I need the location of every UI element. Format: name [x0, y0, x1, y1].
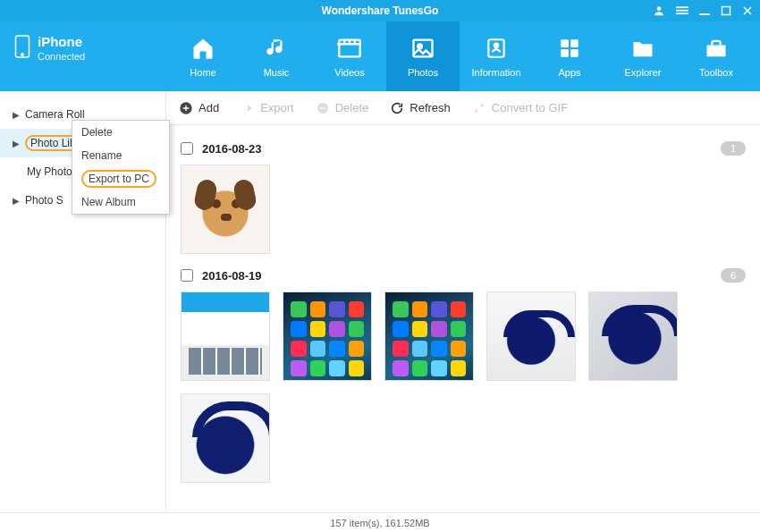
photo-thumbnail[interactable] — [181, 393, 270, 483]
apps-icon — [558, 35, 581, 62]
group-count: 1 — [721, 141, 746, 156]
menu-item-export-to-pc[interactable]: Export to PC — [72, 167, 169, 190]
tab-label: Toolbox — [699, 67, 733, 78]
menu-item-label: Delete — [81, 126, 113, 139]
menu-item-label: Export to PC — [81, 170, 156, 188]
chevron-right-icon: ▶ — [13, 139, 20, 148]
group-checkbox[interactable] — [181, 142, 193, 155]
button-label: Refresh — [410, 101, 451, 114]
svg-rect-22 — [570, 49, 578, 57]
phone-icon — [14, 34, 30, 59]
main-tabs: Home Music Videos Photos Information App… — [166, 21, 760, 91]
add-button[interactable]: Add — [179, 101, 219, 115]
main-panel: Add Export Delete Refresh Convert to GIF… — [166, 91, 760, 512]
refresh-icon — [390, 101, 404, 115]
svg-rect-19 — [561, 39, 569, 47]
information-icon — [485, 35, 508, 62]
home-icon — [190, 35, 215, 62]
toolbar: Add Export Delete Refresh Convert to GIF — [166, 91, 760, 125]
tab-apps[interactable]: Apps — [533, 21, 606, 91]
device-name: iPhone — [38, 34, 85, 49]
sidebar-item-label: My Photos — [27, 165, 78, 178]
svg-rect-4 — [699, 13, 710, 15]
menu-item-label: New Album — [81, 196, 136, 208]
svg-rect-5 — [722, 7, 730, 15]
convert-button: Convert to GIF — [472, 101, 568, 115]
tab-explorer[interactable]: Explorer — [606, 21, 680, 91]
photo-thumbnail[interactable] — [384, 291, 474, 381]
tab-label: Apps — [558, 67, 580, 78]
tab-label: Videos — [334, 67, 364, 78]
group-header: 2016-08-19 6 — [181, 268, 746, 283]
photo-thumbnail[interactable] — [588, 291, 678, 381]
button-label: Add — [198, 101, 219, 114]
tab-toolbox[interactable]: Toolbox — [680, 21, 753, 91]
maximize-icon[interactable] — [721, 5, 731, 16]
tab-label: Explorer — [625, 67, 662, 78]
delete-button: Delete — [316, 101, 369, 115]
button-label: Export — [260, 101, 294, 114]
user-icon[interactable] — [653, 4, 665, 17]
device-box[interactable]: iPhone Connected — [0, 21, 166, 91]
svg-rect-21 — [561, 49, 569, 57]
menu-item-label: Rename — [81, 149, 122, 162]
svg-rect-1 — [676, 6, 688, 8]
tab-music[interactable]: Music — [240, 21, 313, 91]
chevron-right-icon: ▶ — [13, 110, 20, 120]
photo-content: 2016-08-23 1 2016-08-19 6 — [166, 125, 760, 512]
export-button: Export — [241, 101, 294, 115]
group-checkbox[interactable] — [181, 269, 193, 282]
sidebar-item-label: Photo S — [25, 194, 63, 207]
photo-thumbnail[interactable] — [486, 291, 576, 381]
svg-rect-3 — [676, 13, 688, 14]
button-label: Delete — [335, 101, 369, 114]
context-menu: Delete Rename Export to PC New Album — [72, 120, 170, 215]
tab-information[interactable]: Information — [460, 21, 533, 91]
photo-thumbnail[interactable] — [283, 291, 372, 381]
tab-videos[interactable]: Videos — [313, 21, 386, 91]
tab-label: Music — [264, 67, 290, 78]
chevron-right-icon: ▶ — [13, 196, 20, 206]
app-title: Wondershare TunesGo — [322, 4, 439, 17]
svg-point-9 — [21, 54, 23, 55]
group-count: 6 — [721, 268, 746, 283]
sidebar-item-label: Camera Roll — [25, 108, 85, 121]
group-date: 2016-08-23 — [202, 142, 262, 156]
svg-point-0 — [657, 6, 662, 11]
music-icon — [265, 35, 288, 62]
window-controls — [653, 0, 753, 21]
header: iPhone Connected Home Music Videos Photo… — [0, 21, 760, 91]
convert-icon — [472, 101, 486, 115]
svg-point-16 — [418, 44, 422, 48]
svg-point-18 — [494, 44, 498, 47]
device-status: Connected — [38, 51, 85, 62]
minimize-icon[interactable] — [699, 5, 710, 16]
close-icon[interactable] — [742, 5, 753, 16]
menu-item-delete[interactable]: Delete — [72, 121, 169, 144]
tab-photos[interactable]: Photos — [386, 21, 460, 91]
photos-icon — [410, 35, 435, 62]
group-header: 2016-08-23 1 — [181, 141, 746, 156]
toolbox-icon — [704, 35, 729, 62]
tab-label: Home — [190, 67, 215, 78]
group-date: 2016-08-19 — [202, 269, 262, 283]
export-icon — [241, 101, 255, 115]
photo-thumbnail[interactable] — [181, 165, 270, 254]
status-text: 157 item(s), 161.52MB — [330, 518, 429, 528]
photo-thumbnail[interactable] — [181, 291, 270, 381]
status-bar: 157 item(s), 161.52MB — [0, 512, 760, 532]
svg-rect-25 — [319, 107, 325, 108]
svg-rect-20 — [570, 39, 578, 47]
minus-icon — [316, 101, 330, 115]
svg-rect-2 — [676, 10, 688, 12]
explorer-icon — [630, 35, 655, 62]
plus-icon — [179, 101, 193, 115]
titlebar: Wondershare TunesGo — [0, 0, 760, 21]
videos-icon — [337, 35, 362, 62]
menu-item-rename[interactable]: Rename — [72, 144, 169, 167]
menu-icon[interactable] — [676, 4, 688, 17]
tab-home[interactable]: Home — [166, 21, 240, 91]
tab-label: Photos — [408, 67, 438, 78]
menu-item-new-album[interactable]: New Album — [72, 190, 169, 214]
refresh-button[interactable]: Refresh — [390, 101, 451, 115]
